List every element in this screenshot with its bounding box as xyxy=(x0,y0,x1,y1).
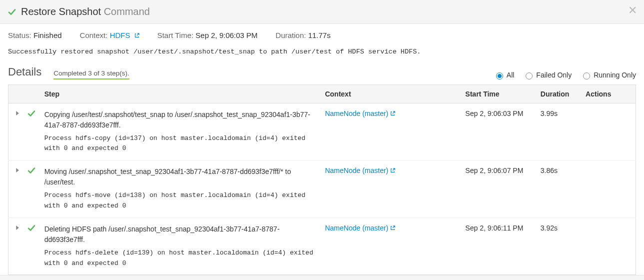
restore-snapshot-dialog: Restore Snapshot Command ✕ Status: Finis… xyxy=(0,0,644,280)
step-description-cell: Copying /user/test/.snapshot/test_snap t… xyxy=(39,103,320,160)
expand-toggle[interactable] xyxy=(8,160,25,218)
close-icon[interactable]: ✕ xyxy=(628,5,637,16)
step-context-text: NameNode (master) xyxy=(325,224,388,232)
step-status-cell xyxy=(25,218,39,275)
filter-failed-label: Failed Only xyxy=(536,71,572,79)
col-context-header: Context xyxy=(320,84,460,103)
context-value: HDFS xyxy=(110,31,130,40)
table-header-row: Step Context Start Time Duration Actions xyxy=(8,84,636,103)
dialog-title: Restore Snapshot Command xyxy=(21,6,150,18)
table-row: Copying /user/test/.snapshot/test_snap t… xyxy=(8,103,636,160)
success-check-icon xyxy=(27,166,35,174)
details-title: Details xyxy=(8,66,41,78)
step-context-text: NameNode (master) xyxy=(325,166,388,174)
context-block: Context: HDFS xyxy=(80,31,139,40)
step-context-cell: NameNode (master) xyxy=(320,103,460,160)
duration-value: 11.77s xyxy=(308,31,331,40)
step-context-cell: NameNode (master) xyxy=(320,160,460,218)
external-link-icon xyxy=(390,166,395,172)
step-context-text: NameNode (master) xyxy=(325,110,388,118)
filter-running[interactable]: Running Only xyxy=(581,71,636,80)
step-description: Deleting HDFS path /user/.snapshot_test_… xyxy=(44,224,315,245)
start-value: Sep 2, 9:06:03 PM xyxy=(195,31,257,40)
filter-failed-radio[interactable] xyxy=(526,72,533,80)
chevron-right-icon xyxy=(15,168,19,173)
dialog-header: Restore Snapshot Command ✕ xyxy=(0,0,644,24)
step-duration: 3.92s xyxy=(536,218,581,275)
col-start-header: Start Time xyxy=(460,84,535,103)
step-context-link[interactable]: NameNode (master) xyxy=(325,224,395,232)
step-process-output: Process hdfs-move (id=138) on host maste… xyxy=(44,190,315,212)
start-label: Start Time: xyxy=(157,31,194,40)
dialog-footer: Close xyxy=(0,275,644,280)
col-status xyxy=(25,84,39,103)
filter-all-radio[interactable] xyxy=(496,72,503,80)
col-actions-header: Actions xyxy=(581,84,636,103)
duration-block: Duration: 11.77s xyxy=(276,31,331,40)
step-context-link[interactable]: NameNode (master) xyxy=(325,110,395,118)
context-label: Context: xyxy=(80,31,108,40)
dialog-title-main: Restore Snapshot xyxy=(21,6,101,17)
step-status-cell xyxy=(25,160,39,218)
step-actions-cell xyxy=(581,103,636,160)
filter-all[interactable]: All xyxy=(494,71,515,80)
step-duration: 3.86s xyxy=(536,160,581,218)
external-link-icon xyxy=(390,224,395,229)
step-context-cell: NameNode (master) xyxy=(320,218,460,275)
result-message: Successfully restored snapshot /user/tes… xyxy=(8,46,636,58)
step-start-time: Sep 2, 9:06:03 PM xyxy=(460,103,535,160)
summary-row: Status: Finished Context: HDFS Start Tim… xyxy=(8,31,636,40)
filter-all-label: All xyxy=(507,71,515,79)
filter-running-radio[interactable] xyxy=(583,72,590,80)
step-process-output: Process hdfs-copy (id=137) on host maste… xyxy=(44,134,315,154)
step-start-time: Sep 2, 9:06:07 PM xyxy=(460,160,535,218)
external-link-icon xyxy=(390,110,395,114)
step-description: Moving /user/.snapshot_test_snap_92304af… xyxy=(44,166,315,188)
success-check-icon xyxy=(27,110,35,118)
chevron-right-icon xyxy=(15,110,19,116)
step-description-cell: Moving /user/.snapshot_test_snap_92304af… xyxy=(39,160,320,218)
step-context-link[interactable]: NameNode (master) xyxy=(325,166,395,174)
filter-failed[interactable]: Failed Only xyxy=(523,71,572,80)
step-process-output: Process hdfs-delete (id=139) on host mas… xyxy=(44,248,315,269)
col-step-header: Step xyxy=(39,84,320,103)
success-check-icon xyxy=(27,224,35,232)
step-duration: 3.99s xyxy=(536,103,581,160)
steps-table: Step Context Start Time Duration Actions… xyxy=(8,84,636,276)
duration-label: Duration: xyxy=(276,31,306,40)
filter-group: All Failed Only Running Only xyxy=(494,71,636,80)
expand-toggle[interactable] xyxy=(8,103,25,160)
start-block: Start Time: Sep 2, 9:06:03 PM xyxy=(157,31,258,40)
table-row: Moving /user/.snapshot_test_snap_92304af… xyxy=(8,160,636,218)
table-row: Deleting HDFS path /user/.snapshot_test_… xyxy=(8,218,636,275)
filter-running-label: Running Only xyxy=(594,71,636,79)
step-actions-cell xyxy=(581,218,636,275)
col-toggle xyxy=(8,84,25,103)
dialog-title-suffix: Command xyxy=(104,6,150,17)
status-label: Status: xyxy=(8,31,31,40)
status-block: Status: Finished xyxy=(8,31,62,40)
step-start-time: Sep 2, 9:06:11 PM xyxy=(460,218,535,275)
col-duration-header: Duration xyxy=(536,84,581,103)
step-description-cell: Deleting HDFS path /user/.snapshot_test_… xyxy=(39,218,320,275)
step-actions-cell xyxy=(581,160,636,218)
details-bar: Details Completed 3 of 3 step(s). All Fa… xyxy=(8,66,636,80)
chevron-right-icon xyxy=(15,225,19,230)
context-link[interactable]: HDFS xyxy=(110,31,139,40)
expand-toggle[interactable] xyxy=(8,218,25,275)
completed-steps-text: Completed 3 of 3 step(s). xyxy=(53,70,129,80)
status-value: Finished xyxy=(33,31,62,40)
external-link-icon xyxy=(134,31,139,36)
step-description: Copying /user/test/.snapshot/test_snap t… xyxy=(44,110,315,130)
dialog-body: Status: Finished Context: HDFS Start Tim… xyxy=(0,24,644,275)
details-left: Details Completed 3 of 3 step(s). xyxy=(8,66,129,80)
step-status-cell xyxy=(25,103,39,160)
success-check-icon xyxy=(8,8,16,16)
